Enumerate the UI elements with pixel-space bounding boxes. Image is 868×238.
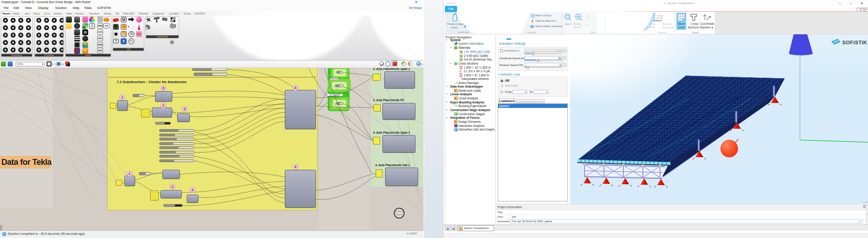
svg-text:123: 123	[653, 14, 663, 20]
svg-text:SOFiSTiK: SOFiSTiK	[842, 40, 868, 45]
svg-text:SOFiSTiK: SOFiSTiK	[862, 201, 868, 203]
